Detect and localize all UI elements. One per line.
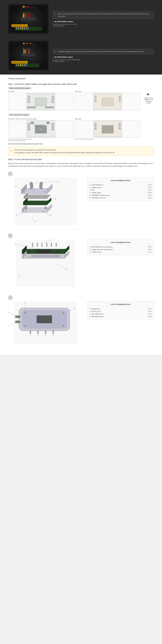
- page-wrapper: ↓ Alignment needle insertion 12V R: [0, 0, 162, 355]
- svg-rect-7: [31, 14, 32, 18]
- svg-rect-35: [32, 50, 32, 54]
- svg-rect-34: [30, 50, 31, 54]
- front-side-label: Front side: [8, 90, 74, 92]
- svg-text:⑤: ⑤: [50, 214, 51, 216]
- before-back-pcb: [75, 93, 140, 110]
- svg-rect-44: [16, 64, 17, 66]
- svg-rect-63: [27, 106, 36, 108]
- step3-diagram: + + + + ① ②: [8, 302, 83, 344]
- item-name: N-RTX3090FE-TC: [91, 184, 104, 186]
- item-qty: 1PCS: [148, 189, 152, 191]
- step2-parts-list: List of Installation Parts ①M2X9.5MM Alu…: [87, 240, 154, 255]
- before-column: Before using silicone grease Front side: [8, 87, 140, 142]
- item-name: M2X5MM Grub Screw: [91, 197, 106, 199]
- step3-diagram-row: + + + + ① ②: [8, 302, 154, 344]
- connector-image-1: ↓ Alignment needle insertion 12V R: [8, 4, 49, 34]
- list-item: ③PCB1PCS: [89, 189, 152, 192]
- svg-rect-58: [28, 98, 30, 100]
- svg-point-139: [45, 208, 46, 209]
- item-num: ④: [89, 316, 91, 318]
- svg-point-152: [56, 243, 57, 244]
- part-desc-2b: 3 needle interface: [53, 60, 154, 62]
- svg-point-136: [25, 208, 27, 209]
- step3-parts-list: List of Installation Parts ①Sealing Ring…: [87, 302, 154, 320]
- after-front-pcb: GPU MOS: [8, 120, 74, 138]
- step3-svg: + + + + ① ②: [8, 302, 83, 344]
- svg-rect-206: [45, 331, 46, 334]
- item-qty: 4PCS: [148, 251, 152, 253]
- svg-rect-22: [26, 28, 27, 30]
- svg-text:5V: 5V: [23, 48, 24, 49]
- item-name: Sealing Ring: [91, 308, 100, 310]
- svg-rect-183: [37, 316, 52, 323]
- step1-parts-container: ①N-RTX3090FE-TC1PCS②1.8MM Grease5PCS③PCB…: [89, 184, 152, 199]
- svg-rect-140: [16, 240, 75, 287]
- connector-info-2: ⚠ 5V RBW(+ rgb)light connection in acces…: [53, 49, 154, 62]
- step2-desc: Step1: Put the spacer column into the sc…: [8, 162, 154, 168]
- after-back-label: Back side: [75, 118, 140, 120]
- svg-marker-117: [24, 195, 51, 199]
- before-after-row: Before using silicone grease Front side: [8, 87, 154, 142]
- svg-point-127: [44, 191, 45, 192]
- svg-point-163: [28, 251, 30, 252]
- svg-rect-158: [36, 250, 50, 253]
- svg-point-142: [32, 243, 33, 244]
- gpu-chip-label: GPU chips are covered with silicone grea…: [8, 138, 32, 140]
- item-name: 0.5MM Gasket: [91, 192, 101, 194]
- svg-rect-203: [37, 331, 39, 334]
- svg-text:④: ④: [74, 308, 75, 309]
- svg-rect-69: [95, 98, 97, 100]
- after-front-side: Front side Memory thermal conductive gas…: [8, 118, 74, 142]
- svg-text:②: ②: [37, 335, 38, 336]
- svg-rect-73: [119, 100, 121, 102]
- svg-text:GPU: GPU: [39, 129, 42, 130]
- item-qty: 4PCS: [148, 308, 152, 310]
- svg-rect-83: [52, 128, 54, 130]
- connector-image-2: ↓ Alignment needle insertion 5V R G: [8, 41, 49, 70]
- item-qty: 1PCS: [148, 310, 152, 312]
- svg-rect-57: [28, 96, 30, 98]
- svg-rect-33: [28, 50, 29, 54]
- svg-rect-161: [53, 250, 55, 251]
- svg-rect-11: [27, 6, 29, 8]
- svg-text:⑥: ⑥: [35, 221, 36, 222]
- step3-parts-container: ①Sealing Ring4PCS②B-VGA-GTC-X1PCS③M4X24M…: [89, 308, 152, 318]
- list-item: ⑤M2X6MMColl Spring Screw4PCS: [89, 194, 152, 196]
- item-name: B-VGA-GTC-X: [91, 310, 101, 312]
- list-item: ②Copper back date with waterway1PCS: [89, 248, 152, 251]
- item-num: ①: [89, 246, 91, 248]
- after-pcb-row: Front side Memory thermal conductive gas…: [8, 118, 140, 142]
- step1-parts-list: List of Installation Parts ①N-RTX3090FE-…: [87, 178, 154, 201]
- item-qty: 4PCS: [148, 313, 152, 315]
- svg-text:②: ②: [8, 325, 8, 326]
- connector-info-1: ⚠ When connecting to the main board,the …: [53, 11, 154, 27]
- svg-text:↓: ↓: [27, 58, 27, 60]
- svg-text:①: ①: [30, 335, 31, 336]
- list-item: ③M4X24MM Screw4PCS: [89, 313, 152, 315]
- svg-rect-60: [52, 96, 54, 98]
- step-circle-3: ③: [8, 296, 12, 300]
- warning-icon-1: ⚠: [54, 13, 57, 15]
- step2-parts-title: List of Installation Parts: [89, 241, 152, 244]
- svg-rect-147: [46, 243, 47, 246]
- step2-svg: ①: [8, 240, 83, 287]
- before-back-side: Back side: [75, 90, 140, 111]
- svg-point-204: [37, 330, 39, 331]
- svg-text:with silicone grease: with silicone grease: [33, 125, 42, 126]
- speaker-icon-1: ◄: [53, 20, 55, 22]
- svg-point-148: [46, 243, 47, 244]
- svg-text:G: G: [27, 48, 28, 49]
- item-name: M4X30MM Grease: [91, 316, 104, 318]
- item-qty: 3PCS: [148, 316, 152, 318]
- after-label: After using silicone grease: [8, 114, 30, 116]
- back-side-label: Back side: [75, 90, 140, 92]
- speaker-icon-2: ◄: [53, 56, 55, 58]
- svg-rect-4: [26, 14, 27, 18]
- pcb-labels: GPU chips are covered with silicone grea…: [8, 138, 74, 140]
- svg-point-207: [45, 330, 46, 331]
- svg-point-201: [29, 330, 31, 331]
- svg-text:④: ④: [53, 335, 54, 336]
- svg-point-146: [41, 243, 43, 244]
- svg-rect-2: [23, 14, 24, 18]
- svg-rect-20: [22, 28, 23, 30]
